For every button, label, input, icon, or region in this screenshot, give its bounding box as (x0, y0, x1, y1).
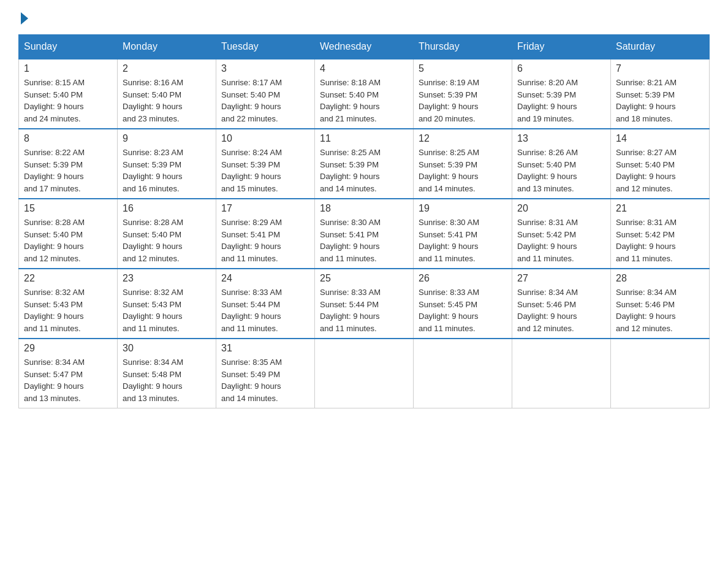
day-info: Sunrise: 8:33 AM Sunset: 5:45 PM Dayligh… (419, 286, 507, 334)
day-info: Sunrise: 8:32 AM Sunset: 5:43 PM Dayligh… (24, 286, 112, 334)
calendar-cell: 12 Sunrise: 8:25 AM Sunset: 5:39 PM Dayl… (414, 129, 512, 199)
calendar-cell: 27 Sunrise: 8:34 AM Sunset: 5:46 PM Dayl… (512, 269, 611, 339)
sunrise-label: Sunrise: 8:27 AM (616, 148, 677, 157)
daylight-label: Daylight: 9 hours (616, 312, 676, 321)
day-number: 24 (221, 273, 309, 284)
calendar-cell: 31 Sunrise: 8:35 AM Sunset: 5:49 PM Dayl… (216, 339, 315, 408)
daylight-label: Daylight: 9 hours (517, 172, 577, 181)
day-number: 14 (616, 133, 704, 144)
daylight-label: Daylight: 9 hours (320, 312, 380, 321)
day-info: Sunrise: 8:23 AM Sunset: 5:39 PM Dayligh… (123, 147, 211, 194)
sunset-label: Sunset: 5:41 PM (320, 230, 379, 239)
calendar-cell: 7 Sunrise: 8:21 AM Sunset: 5:39 PM Dayli… (611, 59, 710, 129)
day-number: 12 (419, 133, 507, 144)
daylight-minutes: and 11 minutes. (419, 324, 476, 333)
sunrise-label: Sunrise: 8:30 AM (320, 218, 381, 227)
calendar-cell: 20 Sunrise: 8:31 AM Sunset: 5:42 PM Dayl… (512, 199, 611, 269)
day-info: Sunrise: 8:34 AM Sunset: 5:48 PM Dayligh… (123, 356, 211, 404)
sunset-label: Sunset: 5:42 PM (517, 230, 576, 239)
sunrise-label: Sunrise: 8:18 AM (320, 78, 381, 87)
daylight-label: Daylight: 9 hours (221, 102, 281, 111)
sunrise-label: Sunrise: 8:32 AM (24, 288, 85, 297)
calendar-week-4: 22 Sunrise: 8:32 AM Sunset: 5:43 PM Dayl… (19, 269, 710, 339)
daylight-minutes: and 11 minutes. (419, 254, 476, 263)
daylight-label: Daylight: 9 hours (616, 172, 676, 181)
day-info: Sunrise: 8:16 AM Sunset: 5:40 PM Dayligh… (123, 77, 211, 124)
day-info: Sunrise: 8:28 AM Sunset: 5:40 PM Dayligh… (123, 216, 211, 264)
sunset-label: Sunset: 5:48 PM (123, 370, 181, 379)
day-number: 20 (517, 203, 605, 214)
sunset-label: Sunset: 5:44 PM (320, 300, 379, 309)
day-number: 5 (419, 63, 507, 74)
calendar-cell (414, 339, 512, 408)
daylight-minutes: and 15 minutes. (221, 184, 278, 193)
calendar-cell: 28 Sunrise: 8:34 AM Sunset: 5:46 PM Dayl… (611, 269, 710, 339)
daylight-minutes: and 11 minutes. (24, 324, 81, 333)
calendar-cell (315, 339, 414, 408)
sunrise-label: Sunrise: 8:16 AM (123, 78, 183, 87)
calendar-cell: 23 Sunrise: 8:32 AM Sunset: 5:43 PM Dayl… (118, 269, 216, 339)
daylight-label: Daylight: 9 hours (123, 172, 183, 181)
sunset-label: Sunset: 5:40 PM (320, 90, 379, 99)
calendar-cell: 18 Sunrise: 8:30 AM Sunset: 5:41 PM Dayl… (315, 199, 414, 269)
sunrise-label: Sunrise: 8:19 AM (419, 78, 479, 87)
sunset-label: Sunset: 5:46 PM (517, 300, 576, 309)
weekday-header-tuesday: Tuesday (216, 35, 315, 59)
daylight-label: Daylight: 9 hours (221, 172, 281, 181)
sunrise-label: Sunrise: 8:34 AM (517, 288, 578, 297)
day-info: Sunrise: 8:31 AM Sunset: 5:42 PM Dayligh… (616, 216, 704, 264)
calendar-cell: 30 Sunrise: 8:34 AM Sunset: 5:48 PM Dayl… (118, 339, 216, 408)
daylight-label: Daylight: 9 hours (616, 242, 676, 251)
day-info: Sunrise: 8:35 AM Sunset: 5:49 PM Dayligh… (221, 356, 309, 404)
sunrise-label: Sunrise: 8:28 AM (123, 218, 183, 227)
day-info: Sunrise: 8:34 AM Sunset: 5:46 PM Dayligh… (517, 286, 605, 334)
logo-general (18, 12, 28, 25)
sunset-label: Sunset: 5:45 PM (419, 300, 477, 309)
sunset-label: Sunset: 5:39 PM (123, 160, 181, 169)
day-info: Sunrise: 8:19 AM Sunset: 5:39 PM Dayligh… (419, 77, 507, 124)
calendar-cell: 26 Sunrise: 8:33 AM Sunset: 5:45 PM Dayl… (414, 269, 512, 339)
sunset-label: Sunset: 5:49 PM (221, 370, 280, 379)
daylight-minutes: and 24 minutes. (24, 114, 81, 123)
day-info: Sunrise: 8:34 AM Sunset: 5:46 PM Dayligh… (616, 286, 704, 334)
day-info: Sunrise: 8:25 AM Sunset: 5:39 PM Dayligh… (320, 147, 408, 194)
daylight-minutes: and 11 minutes. (320, 324, 377, 333)
daylight-minutes: and 12 minutes. (24, 254, 81, 263)
sunset-label: Sunset: 5:41 PM (221, 230, 280, 239)
day-info: Sunrise: 8:29 AM Sunset: 5:41 PM Dayligh… (221, 216, 309, 264)
calendar-week-1: 1 Sunrise: 8:15 AM Sunset: 5:40 PM Dayli… (19, 59, 710, 129)
day-number: 3 (221, 63, 309, 74)
daylight-label: Daylight: 9 hours (517, 242, 577, 251)
day-number: 13 (517, 133, 605, 144)
sunset-label: Sunset: 5:40 PM (24, 230, 83, 239)
calendar-cell: 11 Sunrise: 8:25 AM Sunset: 5:39 PM Dayl… (315, 129, 414, 199)
sunrise-label: Sunrise: 8:23 AM (123, 148, 183, 157)
daylight-minutes: and 11 minutes. (517, 254, 574, 263)
day-number: 11 (320, 133, 408, 144)
daylight-label: Daylight: 9 hours (517, 312, 577, 321)
sunrise-label: Sunrise: 8:28 AM (24, 218, 85, 227)
sunrise-label: Sunrise: 8:20 AM (517, 78, 578, 87)
sunrise-label: Sunrise: 8:21 AM (616, 78, 677, 87)
day-number: 27 (517, 273, 605, 284)
day-number: 10 (221, 133, 309, 144)
daylight-label: Daylight: 9 hours (320, 172, 380, 181)
day-number: 30 (123, 343, 211, 354)
sunset-label: Sunset: 5:40 PM (221, 90, 280, 99)
day-number: 2 (123, 63, 211, 74)
day-info: Sunrise: 8:33 AM Sunset: 5:44 PM Dayligh… (221, 286, 309, 334)
calendar-week-5: 29 Sunrise: 8:34 AM Sunset: 5:47 PM Dayl… (19, 339, 710, 408)
daylight-label: Daylight: 9 hours (517, 102, 577, 111)
day-number: 7 (616, 63, 704, 74)
calendar-table: SundayMondayTuesdayWednesdayThursdayFrid… (18, 34, 710, 408)
day-info: Sunrise: 8:33 AM Sunset: 5:44 PM Dayligh… (320, 286, 408, 334)
day-info: Sunrise: 8:30 AM Sunset: 5:41 PM Dayligh… (419, 216, 507, 264)
sunrise-label: Sunrise: 8:30 AM (419, 218, 479, 227)
day-number: 22 (24, 273, 112, 284)
day-number: 25 (320, 273, 408, 284)
sunrise-label: Sunrise: 8:34 AM (123, 358, 183, 367)
daylight-minutes: and 12 minutes. (616, 184, 673, 193)
sunset-label: Sunset: 5:39 PM (517, 90, 576, 99)
daylight-label: Daylight: 9 hours (221, 242, 281, 251)
sunrise-label: Sunrise: 8:35 AM (221, 358, 282, 367)
